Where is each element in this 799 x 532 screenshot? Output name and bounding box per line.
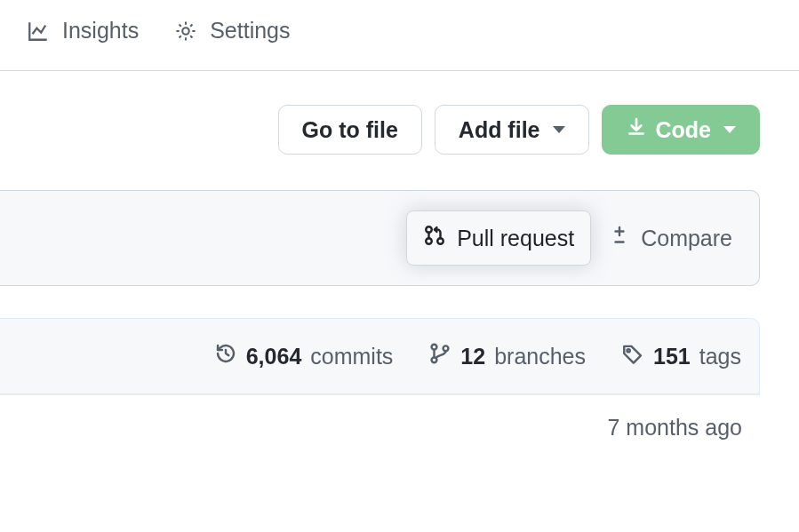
tags-label: tags <box>699 344 741 369</box>
diff-icon <box>609 225 630 251</box>
gear-icon <box>174 20 197 43</box>
branches-link[interactable]: 12 branches <box>428 342 586 370</box>
tags-link[interactable]: 151 tags <box>621 342 741 370</box>
button-label: Go to file <box>302 117 398 143</box>
branches-label: branches <box>494 344 586 369</box>
code-button[interactable]: Code <box>602 105 761 155</box>
git-branch-icon <box>428 342 451 370</box>
download-icon <box>626 116 647 143</box>
history-icon <box>214 342 237 370</box>
tab-label: Settings <box>210 18 290 44</box>
button-label: Code <box>656 117 712 143</box>
button-label: Add file <box>459 117 540 143</box>
tags-count: 151 <box>653 344 691 369</box>
tag-icon <box>621 342 644 370</box>
tab-insights[interactable]: Insights <box>27 18 139 44</box>
button-label: Compare <box>641 226 732 251</box>
go-to-file-button[interactable]: Go to file <box>278 105 422 155</box>
git-pull-request-icon <box>423 224 446 252</box>
tab-label: Insights <box>62 18 139 44</box>
graph-icon <box>27 20 50 43</box>
repo-nav-tabs: Insights Settings <box>0 0 799 71</box>
svg-point-0 <box>182 28 188 34</box>
svg-point-7 <box>627 349 630 352</box>
button-label: Pull request <box>457 226 574 251</box>
branch-compare-bar: Pull request Compare <box>0 190 760 286</box>
branches-count: 12 <box>460 344 485 369</box>
chevron-down-icon <box>553 126 565 133</box>
compare-button[interactable]: Compare <box>595 212 747 264</box>
commits-count: 6,064 <box>246 344 302 369</box>
relative-time: 7 months ago <box>608 415 743 441</box>
file-toolbar: Go to file Add file Code <box>0 71 799 172</box>
add-file-button[interactable]: Add file <box>435 105 589 155</box>
tab-settings[interactable]: Settings <box>174 18 290 44</box>
commits-link[interactable]: 6,064 commits <box>214 342 394 370</box>
pull-request-button[interactable]: Pull request <box>406 210 591 266</box>
file-row: 7 months ago <box>0 394 760 460</box>
repo-stats: 6,064 commits 12 branches 151 tags <box>0 318 760 394</box>
commits-label: commits <box>310 344 393 369</box>
chevron-down-icon <box>723 126 736 133</box>
